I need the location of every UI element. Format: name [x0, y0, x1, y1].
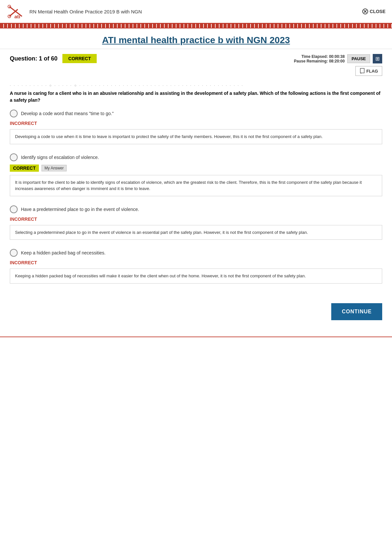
answer-option-c: Have a predetermined place to go in the … [10, 203, 382, 240]
status-correct-row-b: CORRECT My Answer [10, 164, 382, 173]
page-title: ATI mental health practice b with NGN 20… [0, 35, 392, 45]
status-correct-b: CORRECT [10, 165, 39, 172]
question-info-right: Time Elapsed: 00:00:38 Pause Remaining: … [294, 54, 382, 76]
footer-line [0, 337, 392, 337]
status-incorrect-c: INCORRECT [10, 216, 382, 223]
course-title: RN Mental Health Online Practice 2019 B … [29, 9, 142, 14]
svg-text:ati: ati [14, 14, 20, 19]
bottom-bar: CONTINUE [0, 297, 392, 333]
question-label: Question: 1 of 60 [10, 55, 57, 62]
status-incorrect-a: INCORRECT [10, 120, 382, 127]
option-text-d: Keep a hidden packed bag of necessities. [21, 250, 106, 255]
dots-separator: · · · · · · · · · · ○ · · · · · ○ · · · … [0, 81, 392, 90]
zigzag-stripe [0, 24, 392, 28]
timer-area: Time Elapsed: 00:00:38 Pause Remaining: … [294, 54, 382, 63]
explanation-a: Developing a code to use when it is time… [10, 129, 382, 144]
option-text-c: Have a predetermined place to go in the … [21, 207, 139, 212]
flag-icon [360, 68, 365, 74]
page-title-area: ATI mental health practice b with NGN 20… [0, 28, 392, 49]
logo-area: ati [7, 3, 26, 20]
svg-rect-9 [360, 68, 364, 73]
flag-label: FLAG [367, 69, 378, 74]
question-header: Question: 1 of 60 CORRECT Time Elapsed: … [0, 49, 392, 81]
answer-option-b: Identify signs of escalation of violence… [10, 151, 382, 196]
time-elapsed-value: 00:00:38 [329, 54, 345, 59]
radio-d [10, 249, 18, 257]
main-content: A nurse is caring for a client who is in… [0, 90, 392, 297]
explanation-c: Selecting a predetermined place to go in… [10, 225, 382, 240]
radio-b [10, 153, 18, 161]
option-row-a: Develop a code word that means "time to … [10, 107, 382, 120]
option-row-d: Keep a hidden packed bag of necessities. [10, 246, 382, 259]
close-icon [362, 9, 368, 14]
answer-option-d: Keep a hidden packed bag of necessities.… [10, 246, 382, 284]
option-row-b: Identify signs of escalation of violence… [10, 151, 382, 164]
option-text-b: Identify signs of escalation of violence… [21, 155, 99, 160]
radio-a [10, 110, 18, 117]
answer-option-a: Develop a code word that means "time to … [10, 107, 382, 144]
header: ati RN Mental Health Online Practice 201… [0, 0, 392, 24]
explanation-b: It is important for the client to be abl… [10, 175, 382, 196]
close-label: CLOSE [370, 9, 385, 14]
pause-remaining-label: Pause Remaining: [294, 59, 328, 63]
calculator-button[interactable]: ⊞ [373, 54, 382, 63]
flag-button[interactable]: FLAG [355, 66, 382, 76]
option-text-a: Develop a code word that means "time to … [21, 111, 114, 116]
timer-text: Time Elapsed: 00:00:38 Pause Remaining: … [294, 54, 345, 63]
question-info-left: Question: 1 of 60 CORRECT [10, 54, 97, 63]
my-answer-badge-b: My Answer [41, 165, 67, 171]
radio-c [10, 205, 18, 213]
explanation-d: Keeping a hidden packed bag of necessiti… [10, 269, 382, 284]
continue-button[interactable]: CONTINUE [331, 303, 382, 320]
correct-badge: CORRECT [62, 54, 97, 63]
pause-button[interactable]: PAUSE [347, 54, 370, 63]
close-button[interactable]: CLOSE [362, 9, 385, 14]
option-row-c: Have a predetermined place to go in the … [10, 203, 382, 216]
question-text: A nurse is caring for a client who is in… [10, 90, 382, 104]
status-incorrect-d: INCORRECT [10, 259, 382, 267]
time-elapsed-label: Time Elapsed: [302, 54, 328, 59]
pause-remaining-value: 08:20:00 [329, 59, 345, 63]
ati-logo: ati [7, 3, 26, 20]
